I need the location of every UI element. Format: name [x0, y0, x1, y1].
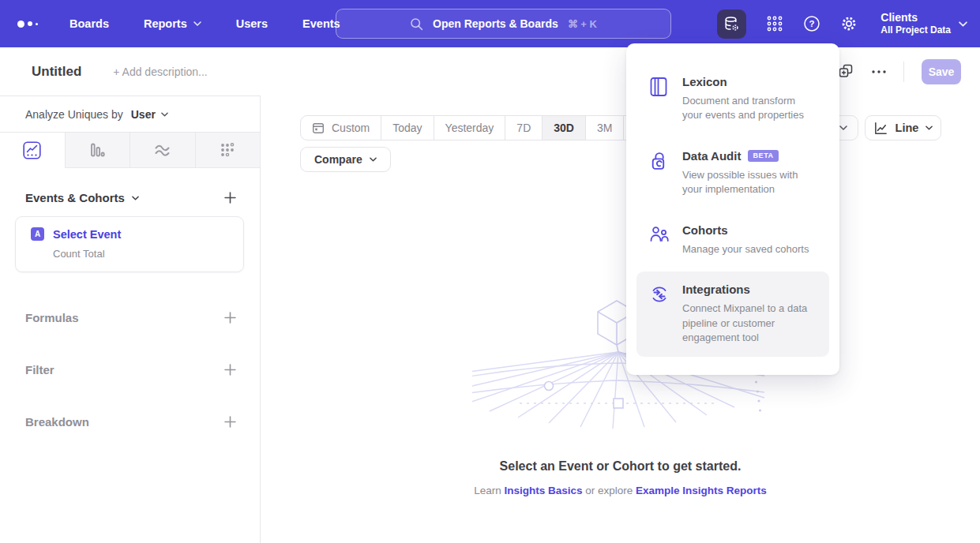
compare-dropdown[interactable]: Compare [300, 147, 391, 172]
chevron-down-icon [926, 125, 933, 130]
insights-basics-link[interactable]: Insights Basics [504, 485, 582, 496]
analyze-label: Analyze Uniques by [25, 108, 123, 121]
analyze-value-dropdown[interactable]: User [131, 108, 168, 121]
beta-badge: BETA [748, 150, 778, 162]
analyze-uniques-row: Analyze Uniques by User [0, 96, 260, 132]
duplicate-button[interactable] [839, 64, 854, 80]
date-range-30d[interactable]: 30D [542, 116, 585, 140]
org-name: Clients [880, 11, 951, 25]
event-metric[interactable]: Count Total [53, 248, 234, 260]
chevron-down-icon [132, 196, 139, 200]
svg-text:?: ? [809, 19, 815, 28]
chevron-down-icon [370, 157, 377, 162]
data-audit-icon [649, 149, 670, 197]
menu-item-data-audit[interactable]: Data Audit BETA View possible issues wit… [636, 138, 829, 208]
section-breakdown: Breakdown [0, 415, 260, 429]
add-formula-button[interactable] [224, 312, 236, 324]
save-button[interactable]: Save [922, 59, 961, 84]
events-cohorts-dropdown[interactable]: Events & Cohorts [25, 191, 139, 204]
flow-chart-icon [153, 141, 171, 159]
date-range-custom[interactable]: Custom [301, 116, 381, 140]
nav-item-users[interactable]: Users [236, 17, 268, 30]
tab-flow-chart[interactable] [130, 133, 195, 168]
search-shortcut: ⌘ + K [568, 18, 597, 30]
tab-scatter-chart[interactable] [195, 133, 261, 168]
date-range-3m[interactable]: 3M [585, 116, 623, 140]
chart-type-tabs [0, 132, 260, 168]
more-options-button[interactable] [872, 70, 886, 73]
add-breakdown-button[interactable] [224, 416, 236, 428]
date-range-today[interactable]: Today [381, 116, 433, 140]
query-sidebar: Analyze Uniques by User [0, 95, 261, 543]
events-cohorts-header: Events & Cohorts [0, 191, 260, 204]
data-management-menu: Lexicon Document and transform your even… [626, 43, 839, 375]
settings-button[interactable] [840, 15, 858, 32]
apps-grid-button[interactable] [766, 15, 783, 32]
help-icon: ? [803, 15, 820, 32]
integrations-icon [649, 283, 670, 345]
nav-right-cluster: ? Clients All Project Data [717, 0, 967, 47]
tab-bar-chart[interactable] [65, 133, 130, 168]
example-reports-link[interactable]: Example Insights Reports [636, 485, 767, 496]
top-nav: Boards Reports Users Events Open Reports… [0, 0, 980, 47]
empty-state-title: Select an Event or Cohort to get started… [261, 459, 980, 474]
chart-style-dropdown[interactable]: Line [865, 115, 941, 140]
line-chart-icon [23, 141, 41, 159]
line-chart-icon [873, 121, 888, 136]
project-switcher[interactable]: Clients All Project Data [880, 11, 967, 37]
empty-state-subtitle: Learn Insights Basics or explore Example… [261, 485, 980, 496]
nav-links: Boards Reports Users Events [69, 17, 340, 30]
menu-item-integrations[interactable]: Integrations Connect Mixpanel to a data … [636, 272, 829, 356]
nav-item-boards[interactable]: Boards [69, 17, 109, 30]
nav-item-reports[interactable]: Reports [144, 17, 201, 30]
chevron-down-icon [193, 21, 201, 26]
menu-item-cohorts[interactable]: Cohorts Manage your saved cohorts [636, 212, 829, 268]
nav-item-events[interactable]: Events [302, 17, 340, 30]
tab-line-chart[interactable] [0, 133, 65, 168]
add-filter-button[interactable] [224, 364, 236, 376]
mixpanel-logo-icon[interactable] [17, 21, 38, 28]
bar-chart-icon [88, 141, 106, 159]
event-badge: A [31, 227, 44, 241]
search-placeholder: Open Reports & Boards [433, 17, 558, 30]
scatter-chart-icon [219, 141, 236, 159]
report-canvas: Custom Today Yesterday 7D 30D 3M 6M Comp… [261, 95, 980, 543]
add-description-field[interactable]: + Add description... [113, 66, 207, 78]
lexicon-icon [649, 75, 670, 123]
date-range-yesterday[interactable]: Yesterday [434, 116, 505, 140]
date-range-control: Custom Today Yesterday 7D 30D 3M 6M [300, 115, 663, 140]
section-formulas: Formulas [0, 311, 260, 324]
project-name: All Project Data [880, 24, 951, 36]
search-icon [410, 17, 423, 31]
section-filter: Filter [0, 363, 260, 376]
database-gear-icon [723, 16, 740, 32]
report-title[interactable]: Untitled [32, 64, 81, 80]
date-range-7d[interactable]: 7D [505, 116, 542, 140]
gear-icon [840, 15, 858, 32]
grid-dots-icon [766, 15, 783, 32]
add-event-button[interactable] [224, 192, 236, 204]
chevron-down-icon [959, 21, 967, 27]
cohorts-icon [649, 223, 670, 257]
chevron-down-icon [161, 112, 168, 117]
select-event-label[interactable]: Select Event [53, 228, 121, 241]
search-input[interactable]: Open Reports & Boards ⌘ + K [336, 9, 671, 39]
data-management-button[interactable] [717, 9, 746, 39]
header-divider [903, 62, 904, 82]
calendar-icon [312, 122, 325, 134]
event-card[interactable]: A Select Event Count Total [15, 216, 244, 272]
chevron-down-icon [839, 125, 847, 130]
help-button[interactable]: ? [803, 15, 820, 32]
menu-item-lexicon[interactable]: Lexicon Document and transform your even… [636, 64, 829, 134]
